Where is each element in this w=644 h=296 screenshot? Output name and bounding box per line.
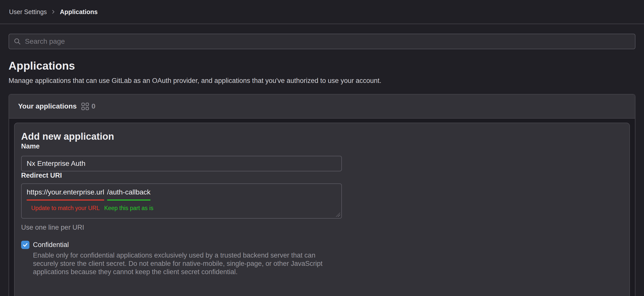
search-input[interactable] [25, 37, 630, 45]
application-name-input[interactable] [21, 156, 342, 171]
confidential-checkbox-row: Confidential [21, 241, 623, 249]
name-label: Name [21, 142, 40, 150]
page-description: Manage applications that can use GitLab … [9, 76, 635, 85]
redirect-uri-path-part: /auth-callback Keep this part as is [104, 188, 153, 212]
redirect-uri-host-annotation: Update to match your URL [31, 205, 100, 212]
your-applications-title: Your applications [18, 102, 77, 110]
redirect-uri-helper: Use one line per URI [21, 223, 623, 232]
redirect-uri-label: Redirect URI [21, 172, 62, 179]
chevron-right-icon [51, 9, 56, 14]
add-new-application-card: Add new application Name Redirect URI ht… [14, 123, 630, 296]
redirect-uri-value-line: https://your.enterprise.url Update to ma… [27, 188, 336, 212]
confidential-label[interactable]: Confidential [33, 241, 69, 249]
your-applications-card: Your applications 0 Add new application … [9, 94, 635, 296]
search-page-box[interactable] [9, 34, 635, 49]
breadcrumb: User Settings Applications [9, 8, 98, 16]
applications-grid-icon [81, 103, 89, 110]
confidential-help-text: Enable only for confidential application… [33, 251, 342, 276]
redirect-uri-host-part: https://your.enterprise.url Update to ma… [27, 188, 104, 212]
redirect-uri-host-text: https://your.enterprise.url [27, 188, 104, 201]
applications-count-wrap: 0 [81, 102, 96, 110]
breadcrumb-applications: Applications [60, 8, 98, 16]
textarea-resize-handle[interactable] [336, 212, 340, 217]
checkmark-icon [22, 242, 28, 248]
add-new-application-title: Add new application [21, 131, 623, 142]
your-applications-body: Add new application Name Redirect URI ht… [9, 119, 635, 296]
page-content: Applications Manage applications that ca… [0, 34, 644, 296]
redirect-uri-path-text: /auth-callback [107, 188, 151, 201]
redirect-uri-path-annotation: Keep this part as is [104, 205, 153, 212]
breadcrumb-user-settings[interactable]: User Settings [9, 8, 47, 16]
page-title: Applications [9, 59, 635, 72]
confidential-checkbox[interactable] [21, 241, 29, 249]
search-icon [14, 38, 21, 45]
applications-count-badge: 0 [92, 102, 96, 110]
your-applications-header: Your applications 0 [9, 94, 635, 119]
top-navigation-bar: User Settings Applications [0, 0, 644, 24]
redirect-uri-textarea[interactable]: https://your.enterprise.url Update to ma… [21, 183, 342, 219]
